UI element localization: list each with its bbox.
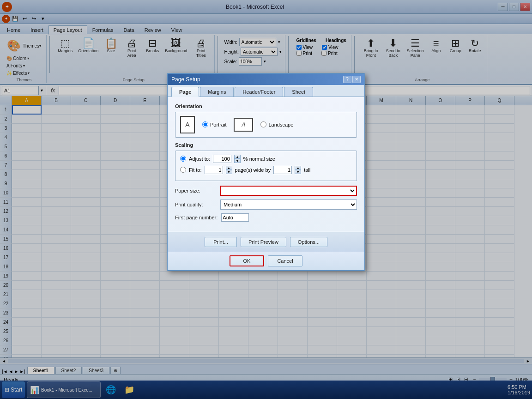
dialog-titlebar: Page Setup ? ✕ xyxy=(168,74,364,85)
dialog-close-button[interactable]: ✕ xyxy=(352,76,361,83)
first-page-label: First page number: xyxy=(175,215,218,220)
scaling-section-label: Scaling xyxy=(175,142,357,148)
dialog-tab-sheet[interactable]: Sheet xyxy=(284,87,313,97)
dialog-footer-buttons: Print... Print Preview Options... xyxy=(168,232,364,252)
first-page-input[interactable] xyxy=(221,213,249,222)
adjust-spinner-up[interactable]: ▲ xyxy=(234,155,241,159)
cancel-button[interactable]: Cancel xyxy=(268,255,302,266)
landscape-option[interactable]: Landscape xyxy=(260,121,293,127)
options-button[interactable]: Options... xyxy=(290,237,327,247)
landscape-radio[interactable] xyxy=(260,121,266,127)
dialog-tab-header-footer[interactable]: Header/Footer xyxy=(235,87,283,97)
fit-tall-input[interactable] xyxy=(273,166,292,174)
landscape-icon: A xyxy=(234,118,253,132)
portrait-option[interactable]: Portrait xyxy=(202,121,226,127)
portrait-icon: A xyxy=(180,116,195,133)
fit-tall-spinner[interactable]: ▲ ▼ xyxy=(295,166,301,174)
dialog-content: Orientation A Portrait A Landscape xyxy=(168,97,364,232)
print-button[interactable]: Print... xyxy=(205,237,237,247)
scaling-section: Adjust to: ▲ ▼ % normal size Fit to: ▲ xyxy=(175,151,357,181)
ok-button[interactable]: OK xyxy=(230,255,264,266)
page-setup-dialog: Page Setup ? ✕ Page Margins Header/Foote… xyxy=(167,73,365,271)
portrait-radio[interactable] xyxy=(202,121,208,127)
adjust-spinner-down[interactable]: ▼ xyxy=(234,159,241,163)
dialog-tab-page[interactable]: Page xyxy=(171,87,199,97)
dialog-tab-margins[interactable]: Margins xyxy=(200,87,234,97)
adjust-spinner[interactable]: ▲ ▼ xyxy=(234,155,241,163)
fit-tall-spinner-up[interactable]: ▲ xyxy=(295,166,301,170)
pages-wide-label: page(s) wide by xyxy=(235,167,271,173)
fit-to-radio[interactable] xyxy=(180,167,186,173)
adjust-to-label: Adjust to: xyxy=(189,156,210,162)
fit-wide-spinner-down[interactable]: ▼ xyxy=(226,170,232,174)
dialog-titlebar-buttons: ? ✕ xyxy=(343,76,361,83)
dialog-title: Page Setup xyxy=(171,76,200,83)
paper-size-select[interactable]: Letter A4 A3 xyxy=(220,186,357,196)
print-preview-button[interactable]: Print Preview xyxy=(241,237,286,247)
adjust-to-suffix: % normal size xyxy=(243,156,275,162)
print-quality-select[interactable]: Medium High Low xyxy=(220,200,357,210)
portrait-label: Portrait xyxy=(210,122,226,127)
fit-tall-spinner-down[interactable]: ▼ xyxy=(295,170,301,174)
dialog-tabs: Page Margins Header/Footer Sheet xyxy=(168,85,364,97)
dialog-help-button[interactable]: ? xyxy=(343,76,351,83)
paper-size-label: Paper size: xyxy=(175,188,217,193)
adjust-to-radio[interactable] xyxy=(180,156,186,162)
adjust-to-input[interactable] xyxy=(213,155,231,163)
dialog-action-buttons: OK Cancel xyxy=(168,252,364,270)
tall-suffix: tall xyxy=(304,167,310,173)
print-quality-label: Print quality: xyxy=(175,202,217,207)
orientation-section: A Portrait A Landscape xyxy=(175,112,357,138)
fit-to-label: Fit to: xyxy=(189,167,202,173)
modal-overlay: Page Setup ? ✕ Page Margins Header/Foote… xyxy=(0,0,532,399)
landscape-label: Landscape xyxy=(268,122,293,127)
fit-wide-spinner-up[interactable]: ▲ xyxy=(226,166,232,170)
fit-wide-input[interactable] xyxy=(205,166,223,174)
orientation-section-label: Orientation xyxy=(175,103,357,109)
fit-wide-spinner[interactable]: ▲ ▼ xyxy=(226,166,232,174)
